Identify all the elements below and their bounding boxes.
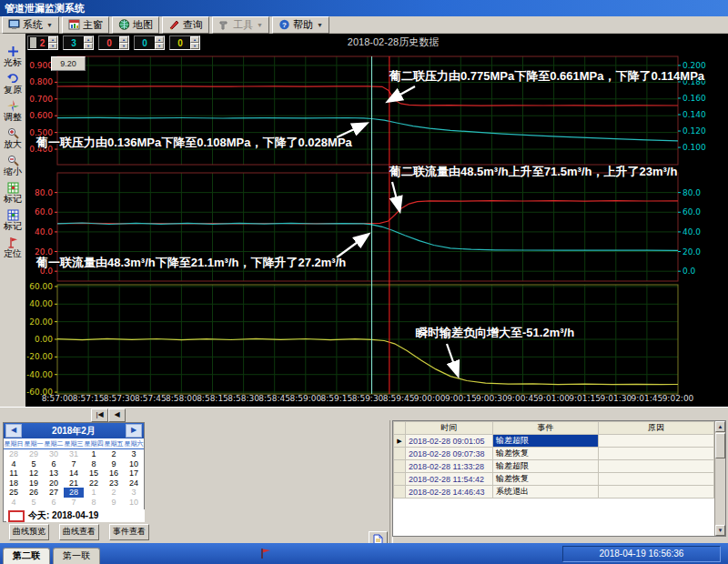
curve-preview-button[interactable]: 曲线预览 <box>9 524 49 540</box>
spinner-arrows[interactable]: ▲▼ <box>155 36 164 49</box>
event-table[interactable]: 时间事件原因▶2018-02-28 09:01:05输差超限2018-02-28… <box>393 421 714 499</box>
calendar-day[interactable]: 31 <box>64 449 84 459</box>
event-time-cell[interactable]: 2018-02-28 11:54:42 <box>406 473 493 486</box>
event-column-header[interactable]: 时间 <box>406 422 493 435</box>
calendar-day[interactable]: 1 <box>84 449 104 459</box>
calendar-day[interactable]: 24 <box>124 478 144 488</box>
calendar-day[interactable]: 3 <box>124 488 144 498</box>
calendar-prev-button[interactable]: ◀ <box>5 424 22 438</box>
menu-map-button[interactable]: 地图 <box>112 16 159 34</box>
scroll-up-icon[interactable]: ▲ <box>715 421 725 432</box>
calendar-day[interactable]: 22 <box>84 478 104 488</box>
calendar-day[interactable]: 28 <box>4 449 24 459</box>
event-time-cell[interactable]: 2018-02-28 09:01:05 <box>406 435 493 448</box>
calendar-day[interactable]: 7 <box>64 498 84 508</box>
event-name-cell[interactable]: 输差超限 <box>493 435 599 448</box>
calendar-day[interactable]: 23 <box>104 478 124 488</box>
event-reason-cell[interactable] <box>599 435 714 448</box>
calendar-day[interactable]: 7 <box>64 459 84 469</box>
calendar-day[interactable]: 10 <box>124 459 144 469</box>
calendar-day[interactable]: 21 <box>64 478 84 488</box>
curve-spinner-1[interactable]: 2▲▼ <box>27 35 58 50</box>
calendar-day[interactable]: 29 <box>24 449 44 459</box>
calendar-day[interactable]: 4 <box>4 459 24 469</box>
event-reason-cell[interactable] <box>599 448 714 460</box>
calendar-day[interactable]: 9 <box>104 498 124 508</box>
tool-locate[interactable]: 定位 <box>0 236 25 259</box>
event-reason-cell[interactable] <box>599 486 714 499</box>
event-name-cell[interactable]: 系统退出 <box>493 486 599 499</box>
event-row[interactable]: 2018-02-28 11:54:42输差恢复 <box>394 473 714 486</box>
event-reason-cell[interactable] <box>599 473 714 486</box>
station-tab-pu1[interactable]: 第一联 <box>53 548 100 564</box>
tool-cursor[interactable]: 光标 <box>0 45 25 68</box>
event-column-header[interactable]: 事件 <box>493 422 599 435</box>
calendar-day[interactable]: 28 <box>64 488 84 498</box>
calendar-day[interactable]: 10 <box>124 498 144 508</box>
tool-restore[interactable]: 复原 <box>0 72 25 96</box>
calendar-day[interactable]: 2 <box>104 488 124 498</box>
calendar-next-button[interactable]: ▶ <box>126 424 142 438</box>
calendar-day[interactable]: 19 <box>24 478 44 488</box>
scroll-down-icon[interactable]: ▼ <box>715 525 725 536</box>
nav-first-button[interactable]: |◀ <box>91 408 108 422</box>
nav-prev-button[interactable]: ◀ <box>108 408 126 422</box>
calendar-day[interactable]: 9 <box>104 459 124 469</box>
spinner-arrows[interactable]: ▲▼ <box>48 36 57 49</box>
tool-mark-2[interactable]: 标记 <box>0 208 25 232</box>
calendar-day[interactable]: 16 <box>104 468 124 478</box>
calendar-day[interactable]: 6 <box>44 498 64 508</box>
calendar-day[interactable]: 14 <box>64 468 84 478</box>
event-column-header[interactable]: 原因 <box>599 422 714 435</box>
tool-adjust[interactable]: 调整 <box>0 99 25 123</box>
menu-query-button[interactable]: 查询 <box>162 16 209 34</box>
calendar-day[interactable]: 2 <box>104 449 124 459</box>
calendar-day[interactable]: 12 <box>24 468 44 478</box>
calendar-day[interactable]: 1 <box>84 488 104 498</box>
calendar-day[interactable]: 20 <box>44 478 64 488</box>
event-row[interactable]: 2018-02-28 09:07:38输差恢复 <box>394 448 714 460</box>
event-time-cell[interactable]: 2018-02-28 11:33:28 <box>406 460 493 473</box>
tool-zoom-in[interactable]: 放大 <box>0 126 25 150</box>
calendar-day[interactable]: 5 <box>24 459 44 469</box>
event-view-button[interactable]: 事件查看 <box>109 524 149 540</box>
curve-view-button[interactable]: 曲线查看 <box>59 524 99 540</box>
calendar-day[interactable]: 8 <box>84 459 104 469</box>
event-row[interactable]: ▶2018-02-28 09:01:05输差超限 <box>394 435 714 448</box>
calendar-day[interactable]: 11 <box>4 468 24 478</box>
menu-tools-button[interactable]: 工具▼ <box>212 16 269 34</box>
calendar-day[interactable]: 30 <box>44 449 64 459</box>
menu-help-button[interactable]: ? 帮助▼ <box>272 16 329 34</box>
menu-system-button[interactable]: 系统▼ <box>2 16 59 34</box>
spinner-arrows[interactable]: ▲▼ <box>190 36 199 49</box>
curve-spinner-2[interactable]: 3▲▼ <box>63 35 94 50</box>
calendar-day[interactable]: 4 <box>4 498 24 508</box>
calendar-day[interactable]: 5 <box>24 498 44 508</box>
calendar-day[interactable]: 15 <box>84 468 104 478</box>
calendar-day[interactable]: 27 <box>44 488 64 498</box>
tool-zoom-out[interactable]: 缩小 <box>0 154 25 177</box>
event-name-cell[interactable]: 输差恢复 <box>493 448 599 460</box>
station-tab-pu2[interactable]: 第二联 <box>3 548 50 564</box>
event-name-cell[interactable]: 输差超限 <box>493 460 599 473</box>
calendar-day[interactable]: 13 <box>44 468 64 478</box>
calendar-day[interactable]: 17 <box>124 468 144 478</box>
calendar-day[interactable]: 6 <box>44 459 64 469</box>
spinner-arrows[interactable]: ▲▼ <box>84 36 93 49</box>
calendar-day[interactable]: 26 <box>24 488 44 498</box>
curve-spinner-5[interactable]: 0▲▼ <box>169 35 200 50</box>
event-scrollbar[interactable]: ▲ ▼ <box>714 421 725 536</box>
scroll-thumb[interactable] <box>715 433 725 458</box>
spinner-arrows[interactable]: ▲▼ <box>119 36 128 49</box>
calendar-day[interactable]: 18 <box>4 478 24 488</box>
event-row[interactable]: 2018-02-28 11:33:28输差超限 <box>394 460 714 473</box>
curve-spinner-4[interactable]: 0▲▼ <box>134 35 165 50</box>
event-row[interactable]: 2018-02-28 14:46:43系统退出 <box>394 486 714 499</box>
menu-main-window-button[interactable]: 主窗 <box>62 16 109 34</box>
event-time-cell[interactable]: 2018-02-28 14:46:43 <box>406 486 493 499</box>
event-name-cell[interactable]: 输差恢复 <box>493 473 599 486</box>
tool-mark-1[interactable]: 标记 <box>0 181 25 205</box>
calendar-day[interactable]: 25 <box>4 488 24 498</box>
curve-spinner-3[interactable]: 0▲▼ <box>98 35 129 50</box>
calendar-day[interactable]: 3 <box>124 449 144 459</box>
